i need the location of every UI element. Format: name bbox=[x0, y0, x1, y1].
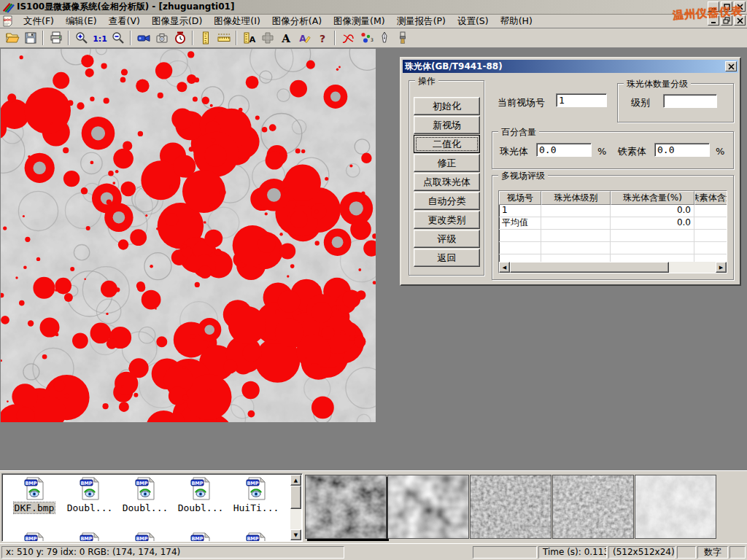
op-button-6[interactable]: 更改类别 bbox=[414, 211, 480, 229]
brush-icon[interactable] bbox=[393, 29, 411, 47]
measure-text-icon[interactable]: A bbox=[240, 29, 258, 47]
table-cell: 1 bbox=[499, 205, 541, 217]
op-button-7[interactable]: 评级 bbox=[414, 230, 480, 248]
scroll-right-button[interactable]: ▶ bbox=[716, 262, 727, 273]
table-row[interactable] bbox=[499, 242, 727, 254]
current-field-label: 当前视场号 bbox=[498, 96, 545, 109]
annotate-icon[interactable]: A bbox=[295, 29, 313, 47]
thumbnail-image[interactable] bbox=[635, 475, 716, 539]
open-icon[interactable] bbox=[3, 29, 21, 47]
print-icon[interactable] bbox=[47, 29, 65, 47]
thumbnail-image[interactable] bbox=[552, 475, 634, 539]
op-button-1[interactable]: 新视场 bbox=[414, 116, 480, 134]
thumbnail-image[interactable] bbox=[305, 475, 387, 539]
menu-item-7[interactable]: 测量报告(P) bbox=[391, 15, 452, 28]
menu-item-4[interactable]: 图像处理(I) bbox=[208, 15, 266, 28]
menu-item-3[interactable]: 图像显示(D) bbox=[146, 15, 208, 28]
menu-item-0[interactable]: 文件(F) bbox=[18, 15, 60, 28]
file-item[interactable]: BMPHuiTi... bbox=[230, 477, 282, 513]
op-button-5[interactable]: 自动分类 bbox=[414, 192, 480, 210]
zoom-out-icon[interactable] bbox=[109, 29, 127, 47]
op-button-3[interactable]: 修正 bbox=[414, 154, 480, 172]
spline-icon[interactable] bbox=[338, 29, 357, 47]
op-button-0[interactable]: 初始化 bbox=[414, 97, 480, 115]
dialog-close-button[interactable] bbox=[725, 61, 737, 71]
table-row[interactable] bbox=[499, 230, 727, 242]
menu-items: 文件(F)编辑(E)查看(V)图像显示(D)图像处理(I)图像分析(A)图像测量… bbox=[18, 15, 538, 28]
close-button[interactable] bbox=[734, 1, 746, 12]
file-item[interactable]: BMP bbox=[119, 532, 171, 542]
camera-icon[interactable] bbox=[152, 29, 171, 47]
actual-size-icon[interactable]: 1:1 bbox=[90, 29, 109, 47]
save-icon[interactable] bbox=[21, 29, 39, 47]
text-icon[interactable]: A bbox=[276, 29, 295, 47]
table-column-header[interactable]: 铁素体含量(%) bbox=[694, 191, 727, 205]
table-row[interactable]: 平均值0.0 bbox=[499, 217, 727, 230]
thumbnail-image[interactable] bbox=[387, 475, 469, 539]
op-button-8[interactable]: 返回 bbox=[414, 249, 480, 267]
menu-item-6[interactable]: 图像测量(M) bbox=[328, 15, 391, 28]
file-item[interactable]: BMP bbox=[230, 532, 282, 542]
scroll-up-button[interactable]: ▲ bbox=[290, 475, 301, 486]
op-button-2[interactable]: 二值化 bbox=[414, 135, 480, 153]
menu-item-1[interactable]: 编辑(E) bbox=[60, 15, 103, 28]
percent-group-label: 百分含量 bbox=[498, 126, 539, 139]
file-item[interactable]: BMPDoubl... bbox=[174, 477, 227, 513]
status-bar: x: 510 y: 79 idx: 0 RGB: (174, 174, 174)… bbox=[0, 543, 747, 560]
help-icon[interactable]: ? bbox=[313, 29, 331, 47]
video-camera-icon[interactable] bbox=[134, 29, 152, 47]
ruler-icon[interactable] bbox=[214, 29, 233, 47]
caliper-icon[interactable] bbox=[196, 29, 214, 47]
menu-item-8[interactable]: 设置(S) bbox=[452, 15, 495, 28]
dialog-title: 珠光体(GB/T9441-88) bbox=[405, 61, 503, 73]
mdi-close-button[interactable] bbox=[734, 15, 746, 26]
table-column-header[interactable]: 珠光体含量(%) bbox=[611, 191, 694, 205]
menu-item-2[interactable]: 查看(V) bbox=[103, 15, 146, 28]
mdi-minimize-button[interactable] bbox=[708, 15, 719, 26]
menu-item-9[interactable]: 帮助(H) bbox=[495, 15, 538, 28]
table-cell: 0.0 bbox=[611, 217, 694, 229]
thumbnail-image[interactable] bbox=[470, 475, 551, 539]
pearlite-percent-input[interactable] bbox=[536, 143, 592, 157]
level-label: 级别 bbox=[631, 96, 650, 109]
zoom-in-icon[interactable] bbox=[72, 29, 90, 47]
file-item[interactable]: BMPDoubl... bbox=[119, 477, 171, 513]
operations-group-label: 操作 bbox=[415, 75, 438, 88]
mdi-restore-button[interactable] bbox=[721, 15, 732, 26]
op-button-4[interactable]: 点取珠光体 bbox=[414, 173, 480, 191]
pen-icon[interactable] bbox=[375, 29, 393, 47]
table-row[interactable]: 10.0 bbox=[499, 205, 727, 217]
metallographic-image[interactable] bbox=[1, 49, 376, 422]
table-column-header[interactable]: 珠光体级别 bbox=[541, 191, 611, 205]
svg-text:?: ? bbox=[319, 33, 325, 44]
table-hscrollbar[interactable]: ◀ ▶ bbox=[499, 262, 727, 273]
toolbar-separator bbox=[334, 31, 336, 45]
dialog-title-bar[interactable]: 珠光体(GB/T9441-88) bbox=[403, 60, 738, 73]
timer-icon[interactable] bbox=[171, 29, 189, 47]
table-column-header[interactable]: 视场号 bbox=[499, 191, 541, 205]
current-field-input[interactable] bbox=[556, 93, 607, 107]
level-input[interactable] bbox=[663, 94, 717, 108]
pattern-stamp-icon[interactable] bbox=[258, 29, 276, 47]
scroll-down-button[interactable]: ▼ bbox=[290, 529, 301, 540]
menu-item-5[interactable]: 图像分析(A) bbox=[266, 15, 328, 28]
file-item[interactable]: BMP bbox=[8, 532, 61, 542]
file-item[interactable]: BMPDoubl... bbox=[63, 477, 116, 513]
ferrite-percent-input[interactable] bbox=[654, 143, 710, 157]
svg-text:BMP: BMP bbox=[80, 536, 92, 542]
maximize-button[interactable] bbox=[721, 1, 732, 12]
pearlite-dialog: 珠光体(GB/T9441-88) 操作 初始化新视场二值化修正点取珠光体自动分类… bbox=[400, 57, 741, 286]
file-scroll-thumb[interactable] bbox=[290, 486, 301, 509]
file-vscrollbar[interactable]: ▲ ▼ bbox=[290, 475, 301, 540]
file-item[interactable]: BMPDKF.bmp bbox=[8, 477, 61, 513]
table-cell bbox=[694, 217, 727, 229]
scroll-thumb[interactable] bbox=[510, 262, 669, 273]
minimize-button[interactable] bbox=[708, 1, 719, 12]
document-icon[interactable]: DOC bbox=[2, 15, 15, 27]
status-empty-1 bbox=[473, 546, 537, 559]
scroll-left-button[interactable]: ◀ bbox=[499, 262, 510, 273]
file-item[interactable]: BMP bbox=[174, 532, 227, 542]
svg-text:BMP: BMP bbox=[136, 481, 147, 486]
count-particles-icon[interactable]: 3 bbox=[357, 29, 375, 47]
file-item[interactable]: BMP bbox=[63, 532, 116, 542]
